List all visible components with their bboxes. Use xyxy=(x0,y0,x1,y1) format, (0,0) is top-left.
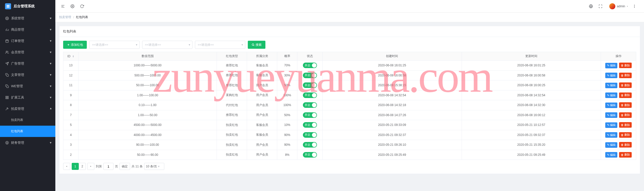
fullscreen-icon[interactable] xyxy=(597,3,604,10)
filter-select-1[interactable]: ==请选择== ▾ xyxy=(89,41,140,49)
sidebar-item-4[interactable]: 广告管理▾ xyxy=(0,58,55,69)
refresh-icon[interactable] xyxy=(78,3,86,10)
edit-button[interactable]: ✎编辑 xyxy=(605,92,617,98)
sidebar-item-3[interactable]: 会员管理▾ xyxy=(0,46,55,58)
delete-button[interactable]: 🗑删除 xyxy=(619,122,632,128)
page-2[interactable]: 2 xyxy=(79,163,86,170)
sidebar-item-0[interactable]: 系统管理▾ xyxy=(0,13,55,24)
sidebar-subitem-8-0[interactable]: 拍卖列表 xyxy=(0,114,55,126)
status-switch[interactable]: 开启 xyxy=(303,152,317,158)
edit-button[interactable]: ✎编辑 xyxy=(605,152,617,158)
edit-button[interactable]: ✎编辑 xyxy=(605,132,617,138)
chevron-down-icon: ▾ xyxy=(50,107,52,111)
settings-icon[interactable] xyxy=(69,3,76,10)
chevron-down-icon: ▾ xyxy=(242,43,243,46)
page-size-select[interactable]: 10 条/页 ▾ xyxy=(144,163,164,170)
edit-button[interactable]: ✎编辑 xyxy=(605,112,617,118)
card-title: 红包列表 xyxy=(59,26,640,37)
collapse-toggle[interactable] xyxy=(59,3,67,10)
delete-button[interactable]: 🗑删除 xyxy=(619,73,632,78)
status-switch[interactable]: 开启 xyxy=(303,73,317,78)
search-button[interactable]: 搜索 xyxy=(248,41,265,49)
status-switch[interactable]: 开启 xyxy=(303,142,317,148)
status-switch[interactable]: 开启 xyxy=(303,102,317,108)
pencil-icon: ✎ xyxy=(607,64,609,67)
delete-button[interactable]: 🗑删除 xyxy=(619,112,632,118)
breadcrumb-parent[interactable]: 拍卖管理 xyxy=(59,15,71,19)
add-button[interactable]: 添加红包 xyxy=(63,41,87,49)
trash-icon: 🗑 xyxy=(621,64,624,67)
col-id[interactable]: ID ▲▼ xyxy=(63,52,78,61)
svg-rect-9 xyxy=(6,40,9,42)
goto-confirm[interactable]: 确定 xyxy=(119,163,130,170)
chevron-down-icon: ▾ xyxy=(50,84,52,88)
delete-button[interactable]: 🗑删除 xyxy=(619,92,632,98)
delete-button[interactable]: 🗑删除 xyxy=(619,63,632,68)
chevron-down-icon: ▾ xyxy=(50,62,52,65)
user-menu[interactable]: admin xyxy=(609,3,629,9)
svg-point-29 xyxy=(634,5,635,6)
svg-point-13 xyxy=(6,51,7,52)
delete-button[interactable]: 🗑删除 xyxy=(619,132,632,138)
calendar-icon xyxy=(5,39,9,43)
status-switch[interactable]: 开启 xyxy=(303,82,317,88)
svg-point-4 xyxy=(7,18,8,19)
sidebar-subitem-8-1[interactable]: 红包列表 xyxy=(0,126,55,137)
svg-rect-20 xyxy=(7,98,8,99)
svg-point-30 xyxy=(634,6,635,7)
edit-button[interactable]: ✎编辑 xyxy=(605,63,617,68)
page-prev[interactable] xyxy=(63,163,70,170)
svg-line-35 xyxy=(254,45,254,46)
delete-button[interactable]: 🗑删除 xyxy=(619,152,632,158)
pencil-icon: ✎ xyxy=(607,143,609,147)
delete-button[interactable]: 🗑删除 xyxy=(619,82,632,88)
filter-select-2[interactable]: ==请选择== ▾ xyxy=(142,41,192,49)
edit-button[interactable]: ✎编辑 xyxy=(605,142,617,148)
table-row: 8 0.10——1.00 代付红包 用户会员 100% 开启 2020-06-0… xyxy=(63,100,636,110)
filter-select-3[interactable]: ==请选择== ▾ xyxy=(195,41,245,49)
chevron-down-icon: ▾ xyxy=(50,73,52,77)
delete-button[interactable]: 🗑删除 xyxy=(619,102,632,108)
svg-point-34 xyxy=(252,44,254,45)
chevron-down-icon: ▾ xyxy=(50,28,52,31)
trash-icon: 🗑 xyxy=(621,143,624,146)
edit-button[interactable]: ✎编辑 xyxy=(605,73,617,78)
goto-input[interactable] xyxy=(103,163,113,170)
edit-button[interactable]: ✎编辑 xyxy=(605,83,617,88)
pencil-icon: ✎ xyxy=(607,74,609,77)
table-row: 11 50.00——100.00 推荐红包 用户会员 50% 开启 2020-0… xyxy=(63,80,636,90)
more-icon[interactable] xyxy=(631,3,638,10)
page-next[interactable] xyxy=(87,163,94,170)
col-range: 数值范围 xyxy=(78,52,217,61)
header: admin xyxy=(55,0,644,13)
grid-icon xyxy=(5,96,9,99)
status-switch[interactable]: 开启 xyxy=(303,132,317,138)
sidebar-item-5[interactable]: 文章管理▾ xyxy=(0,69,55,80)
chevron-down-icon: ▾ xyxy=(136,43,137,46)
content: 红包列表 添加红包 ==请选择== ▾ xyxy=(55,22,644,191)
chevron-down-icon: ▾ xyxy=(50,16,52,20)
table-row: 5 4500.00——5000.00 拍卖红包 客服会员 10% 开启 2020… xyxy=(63,120,636,130)
chevron-down-icon: ▾ xyxy=(50,141,52,145)
delete-button[interactable]: 🗑删除 xyxy=(619,142,632,148)
table-row: 3 90.00——100.00 拍卖红包 用户会员 90% 开启 2020-05… xyxy=(63,140,636,150)
sidebar-item-7[interactable]: 扩展工具▾ xyxy=(0,92,55,103)
col-status: 状态 xyxy=(297,52,323,61)
sidebar-item-6[interactable]: WE管理▾ xyxy=(0,80,55,92)
data-table: ID ▲▼ 数值范围 红包类型 所属分类 概率 状态 创建时间 更新时间 xyxy=(63,52,636,160)
sidebar-item-9[interactable]: 财务管理▾ xyxy=(0,137,55,148)
edit-button[interactable]: ✎编辑 xyxy=(605,122,617,128)
sidebar-item-2[interactable]: 订单管理▾ xyxy=(0,35,55,46)
status-switch[interactable]: 开启 xyxy=(303,112,317,118)
status-switch[interactable]: 开启 xyxy=(303,92,317,98)
page-1[interactable]: 1 xyxy=(72,163,79,170)
status-switch[interactable]: 开启 xyxy=(303,63,317,68)
table-row: 4 4000.00——4500.00 拍卖红包 客服会员 90% 开启 2020… xyxy=(63,130,636,140)
edit-button[interactable]: ✎编辑 xyxy=(605,103,617,108)
sidebar-item-1[interactable]: 商品管理▾ xyxy=(0,24,55,35)
status-switch[interactable]: 开启 xyxy=(303,122,317,128)
sidebar-item-8[interactable]: 拍卖管理▾ xyxy=(0,103,55,114)
svg-rect-2 xyxy=(7,7,8,8)
svg-rect-16 xyxy=(7,74,9,76)
language-icon[interactable] xyxy=(587,3,595,10)
